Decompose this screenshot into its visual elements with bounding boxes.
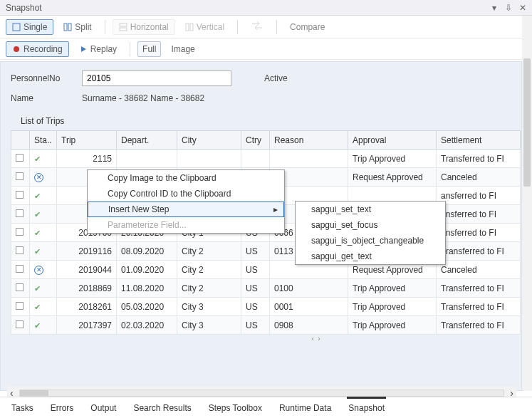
full-button[interactable]: Full <box>137 41 161 57</box>
cell-reason: 0001 <box>270 298 348 316</box>
horizontal-button: Horizontal <box>113 19 175 35</box>
cell-settlement: Transferred to FI <box>437 242 521 261</box>
toolbar-mode: Recording Replay Full Image <box>0 38 532 60</box>
tab-output[interactable]: Output <box>89 399 118 417</box>
replay-icon <box>79 45 88 53</box>
cell-depart: 01.09.2020 <box>117 261 177 279</box>
vscroll-thumb[interactable] <box>523 58 531 187</box>
cell-approval: Trip Approved <box>348 279 437 298</box>
tab-runtime-data[interactable]: Runtime Data <box>278 399 333 417</box>
tab-steps-toolbox[interactable]: Steps Toolbox <box>207 399 264 417</box>
cell-reason <box>270 150 348 168</box>
pager-strip[interactable]: ‹ › <box>110 335 521 345</box>
col-ctry-header[interactable]: Ctry <box>241 131 270 150</box>
tab-snapshot[interactable]: Snapshot <box>347 397 386 417</box>
ctx-insert-new-step[interactable]: Insert New Step ▸ <box>88 202 284 217</box>
svg-rect-0 <box>13 23 20 31</box>
cell-city <box>177 150 241 168</box>
split-button[interactable]: Split <box>58 20 97 34</box>
row-checkbox[interactable] <box>16 302 24 310</box>
close-icon[interactable]: ✕ <box>518 3 528 13</box>
table-row[interactable]: ✔201886911.08.2020City 2US0100Trip Appro… <box>11 279 521 298</box>
table-row[interactable]: ✔201826105.03.2020City 3US0001Trip Appro… <box>11 298 521 316</box>
cell-settlement: Canceled <box>437 168 521 187</box>
cell-trip: 2018869 <box>57 279 117 298</box>
toolbar-view: Single Split Horizontal Vertical Compare <box>0 16 532 38</box>
submenu-is-changeable[interactable]: sapgui_is_object_changeable <box>296 233 445 249</box>
single-button[interactable]: Single <box>6 19 53 35</box>
cell-settlement: ansferred to FI <box>437 187 521 205</box>
vertical-button: Vertical <box>179 20 230 34</box>
col-approval-header[interactable]: Approval <box>348 131 437 150</box>
cell-city: City 3 <box>177 298 241 316</box>
cell-settlement: Transferred to FI <box>437 316 521 335</box>
cell-settlement: Transferred to FI <box>437 279 521 298</box>
table-row[interactable]: ✔2115Trip ApprovedTransferred to FI <box>11 150 521 168</box>
row-checkbox[interactable] <box>16 265 24 273</box>
cell-depart: 11.08.2020 <box>117 279 177 298</box>
cell-settlement: ansferred to FI <box>437 224 521 242</box>
svg-rect-1 <box>64 23 67 31</box>
table-row[interactable]: ✔201739702.03.2020City 3US0908Trip Appro… <box>11 316 521 335</box>
scroll-thumb[interactable] <box>20 390 48 396</box>
replay-button[interactable]: Replay <box>73 42 122 56</box>
row-checkbox[interactable] <box>16 172 24 180</box>
tab-search-results[interactable]: Search Results <box>132 399 192 417</box>
personnel-input[interactable] <box>82 70 231 86</box>
row-checkbox[interactable] <box>16 209 24 217</box>
pin-icon[interactable]: ⇩ <box>504 3 513 13</box>
submenu-arrow-icon: ▸ <box>273 204 278 214</box>
cell-depart: 05.03.2020 <box>117 298 177 316</box>
recording-button[interactable]: Recording <box>6 41 69 57</box>
vertical-scrollbar[interactable] <box>522 16 532 391</box>
cell-trip: 2018261 <box>57 298 117 316</box>
row-checkbox[interactable] <box>16 320 24 328</box>
cell-approval: Trip Approved <box>348 150 437 168</box>
row-checkbox[interactable] <box>16 246 24 254</box>
col-check-header[interactable] <box>11 131 30 150</box>
row-checkbox[interactable] <box>16 154 24 162</box>
row-checkbox[interactable] <box>16 191 24 199</box>
cell-ctry: US <box>241 298 270 316</box>
status-ok-icon: ✔ <box>34 210 41 219</box>
submenu-get-text[interactable]: sapgui_get_text <box>296 249 445 264</box>
cell-city: City 2 <box>177 279 241 298</box>
col-settlement-header[interactable]: Settlement <box>437 131 521 150</box>
context-submenu: sapgui_set_text sapgui_set_focus sapgui_… <box>295 201 446 265</box>
col-depart-header[interactable]: Depart. <box>117 131 177 150</box>
cell-ctry: US <box>241 242 270 261</box>
separator <box>237 20 238 34</box>
status-cancel-icon: ✕ <box>34 266 43 275</box>
submenu-set-focus[interactable]: sapgui_set_focus <box>296 217 445 233</box>
col-sta-header[interactable]: Sta.. <box>30 131 57 150</box>
scroll-track[interactable] <box>19 390 505 397</box>
name-label: Name <box>11 93 76 103</box>
status-ok-icon: ✔ <box>34 192 41 200</box>
col-trip-header[interactable]: Trip <box>57 131 117 150</box>
separator <box>130 42 130 56</box>
image-button[interactable]: Image <box>165 42 200 56</box>
compare-button[interactable]: Compare <box>284 20 330 34</box>
submenu-set-text[interactable]: sapgui_set_text <box>296 202 445 217</box>
row-checkbox[interactable] <box>16 283 24 291</box>
col-city-header[interactable]: City <box>177 131 241 150</box>
svg-rect-6 <box>190 23 193 31</box>
cell-trip: 2019044 <box>57 261 117 279</box>
swap-button <box>245 19 269 35</box>
cell-ctry <box>241 150 270 168</box>
status-ok-icon: ✔ <box>34 284 41 293</box>
row-checkbox[interactable] <box>16 228 24 236</box>
cell-settlement: Transferred to FI <box>437 150 521 168</box>
ctx-copy-control-id[interactable]: Copy Control ID to the Clipboard <box>88 186 284 202</box>
col-reason-header[interactable]: Reason <box>270 131 348 150</box>
tab-errors[interactable]: Errors <box>49 399 75 417</box>
svg-point-7 <box>14 46 19 52</box>
tab-tasks[interactable]: Tasks <box>10 399 35 417</box>
cell-settlement: Transferred to FI <box>437 298 521 316</box>
cell-approval: Trip Approved <box>348 316 437 335</box>
ctx-copy-image[interactable]: Copy Image to the Clipboard <box>88 170 284 186</box>
vertical-icon <box>185 23 194 31</box>
cell-depart <box>117 150 177 168</box>
section-title: List of Trips <box>1 116 521 130</box>
dropdown-icon[interactable]: ▾ <box>489 3 499 13</box>
